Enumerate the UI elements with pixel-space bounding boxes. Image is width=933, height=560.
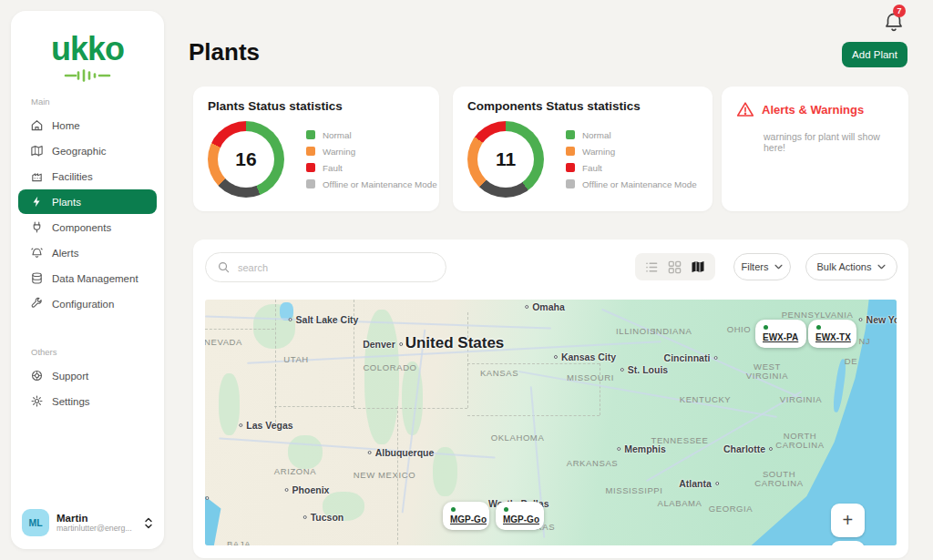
plant-marker[interactable]: MGP-Go — [496, 502, 544, 530]
sidebar-item-components[interactable]: Components — [18, 215, 157, 239]
legend-swatch — [306, 147, 315, 156]
map-state-label: OKLAHOMA — [491, 433, 545, 443]
user-menu[interactable]: ML Martin martinlutter@energ... — [11, 509, 164, 536]
plants-list-panel: Filters Bulk Actions — [193, 239, 908, 558]
alarm-bell-icon — [30, 246, 44, 260]
sidebar-item-label: Support — [52, 371, 88, 382]
legend-label: Offline or Maintenance Mode — [323, 179, 437, 189]
map-state-label: BAJA — [227, 539, 251, 546]
map-state-label: UTAH — [283, 354, 309, 364]
gear-icon — [30, 394, 44, 408]
logo-equalizer-icon — [64, 69, 111, 82]
add-plant-button[interactable]: Add Plant — [842, 42, 907, 67]
legend-label: Warning — [582, 147, 615, 157]
filters-button[interactable]: Filters — [733, 253, 791, 280]
page-title: Plants — [189, 38, 260, 66]
map-canvas[interactable]: + United StatesNEVADAUTAHCOLORADOKANSASI… — [205, 300, 897, 545]
map-state-label: SOUTH CAROLINA — [752, 470, 806, 489]
sidebar-item-facilities[interactable]: Facilities — [18, 164, 157, 188]
sidebar-item-support[interactable]: Support — [18, 363, 157, 388]
logo-text: ukko — [11, 33, 164, 66]
map-city-label: St. Louis — [620, 364, 668, 375]
legend-item: Warning — [306, 147, 437, 157]
list-view-icon[interactable] — [644, 260, 660, 275]
city-dot — [617, 447, 620, 451]
sidebar-item-alerts[interactable]: Alerts — [18, 240, 157, 265]
map-icon — [30, 144, 44, 158]
city-dot — [289, 318, 292, 321]
legend-item: Offline or Maintenance Mode — [306, 179, 437, 189]
plant-marker[interactable]: EWX-TX — [808, 320, 856, 348]
map-state-label: DE — [845, 356, 857, 366]
chevron-up-down-icon[interactable] — [144, 517, 153, 529]
sidebar-item-data-management[interactable]: Data Management — [18, 266, 157, 290]
legend-swatch — [566, 163, 575, 172]
map-state-label: ARKANSAS — [567, 458, 619, 468]
sidebar-item-label: Home — [52, 120, 80, 131]
sidebar-item-configuration[interactable]: Configuration — [18, 291, 157, 316]
map-city-label: Omaha — [525, 301, 565, 312]
map-zoom-controls: + — [831, 504, 865, 545]
zoom-in-button[interactable]: + — [831, 504, 865, 537]
city-dot — [368, 451, 372, 454]
legend-label: Offline or Maintenance Mode — [582, 179, 697, 189]
map-state-label: ALABAMA — [657, 498, 702, 508]
legend-swatch — [306, 179, 315, 188]
legend-swatch — [566, 147, 575, 156]
plants-bolt-icon — [30, 195, 44, 209]
map-state-label: VIRGINIA — [780, 394, 823, 404]
view-toggle-group — [635, 253, 715, 280]
donut-total: 11 — [467, 121, 544, 198]
map-state-label: PENNSYLVANIA — [782, 310, 854, 320]
map-state-label: GEORGIA — [709, 504, 754, 514]
sidebar-item-settings[interactable]: Settings — [18, 389, 157, 413]
components-status-donut-chart: 11 — [467, 121, 544, 198]
sidebar-item-plants[interactable]: Plants — [18, 189, 157, 214]
components-status-card: Components Status statistics 11 NormalWa… — [453, 87, 713, 211]
plants-status-card: Plants Status statistics 16 NormalWarnin… — [193, 87, 439, 211]
legend-label: Normal — [582, 130, 611, 140]
legend-swatch — [566, 130, 575, 139]
sidebar-item-label: Facilities — [52, 171, 93, 182]
map-view-icon[interactable] — [690, 259, 706, 275]
notification-badge: 7 — [893, 5, 906, 17]
map-state-label: WEST VIRGINIA — [740, 362, 795, 382]
search-input[interactable] — [238, 262, 435, 273]
city-dot — [239, 423, 242, 427]
legend-item: Normal — [306, 130, 437, 140]
legend-swatch — [566, 179, 575, 188]
search-icon — [217, 260, 231, 274]
map-state-label: NEVADA — [205, 337, 242, 347]
plant-marker[interactable]: MGP-Go — [443, 502, 489, 530]
sidebar-item-label: Components — [52, 222, 111, 233]
map-city-label: Phoenix — [285, 484, 330, 495]
city-dot — [206, 496, 210, 500]
avatar: ML — [22, 509, 49, 536]
sidebar-item-geographic[interactable]: Geographic — [18, 138, 157, 163]
city-dot — [525, 305, 528, 309]
map-city-label: Tucson — [303, 512, 344, 523]
map-city-label: Denver — [363, 339, 403, 350]
chevron-down-icon — [877, 264, 886, 270]
map-city-label: Cincinnati — [664, 352, 718, 363]
map-city-label: Atlanta — [679, 478, 719, 489]
alerts-card-message: warnings for plant will show here! — [764, 131, 894, 153]
legend-label: Fault — [582, 163, 602, 173]
city-dot — [303, 515, 307, 519]
bulk-actions-button[interactable]: Bulk Actions — [805, 253, 897, 280]
zoom-out-button[interactable] — [831, 541, 865, 545]
user-email: martinlutter@energ... — [56, 524, 137, 533]
plant-status-dot — [504, 507, 508, 512]
map-city-label: Albuquerque — [368, 447, 435, 458]
grid-view-icon[interactable] — [667, 260, 682, 275]
map-city-label: New York — [859, 314, 897, 325]
status-legend: NormalWarningFaultOffline or Maintenance… — [306, 130, 437, 189]
city-dot — [715, 482, 719, 485]
city-dot — [620, 368, 624, 372]
map-country-label: United States — [405, 334, 505, 352]
city-dot — [859, 318, 863, 321]
legend-swatch — [306, 130, 315, 139]
plug-icon — [30, 220, 44, 234]
plant-marker[interactable]: EWX-PA — [755, 320, 806, 348]
sidebar-item-home[interactable]: Home — [18, 113, 157, 137]
